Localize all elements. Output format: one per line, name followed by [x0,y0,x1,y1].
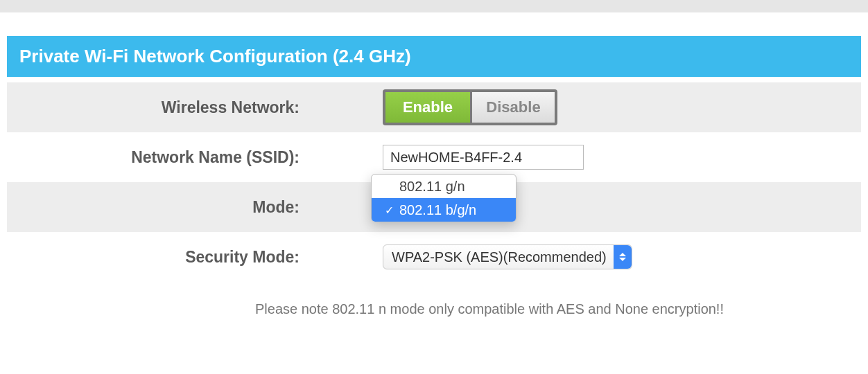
wireless-toggle-group: Enable Disable [383,89,557,125]
label-mode: Mode: [7,198,312,217]
top-strip [0,0,868,12]
wifi-config-panel: Private Wi-Fi Network Configuration (2.4… [7,36,861,317]
disable-button[interactable]: Disable [470,92,555,123]
mode-option-gn[interactable]: 802.11 g/n [372,175,516,198]
mode-option-label: 802.11 g/n [381,179,465,195]
control-wireless-network: Enable Disable [312,89,861,125]
label-security-mode: Security Mode: [7,248,312,267]
security-mode-value: WPA2-PSK (AES)(Recommended) [392,249,607,265]
row-wireless-network: Wireless Network: Enable Disable [7,82,861,132]
mode-option-label: 802.11 b/g/n [397,202,476,218]
mode-option-bgn[interactable]: ✓ 802.11 b/g/n [372,198,516,222]
caret-down-icon [619,258,626,261]
select-caret-icon [614,245,632,269]
label-wireless-network: Wireless Network: [7,98,312,117]
compatibility-note: Please note 802.11 n mode only compatibl… [7,301,861,317]
panel-title: Private Wi-Fi Network Configuration (2.4… [7,36,861,77]
ssid-input[interactable] [383,145,584,170]
row-mode: Mode: 802.11 g/n ✓ 802.11 b/g/n [7,182,861,232]
row-security-mode: Security Mode: WPA2-PSK (AES)(Recommende… [7,232,861,282]
label-ssid: Network Name (SSID): [7,148,312,167]
caret-up-icon [619,253,626,256]
control-ssid [312,145,861,170]
security-mode-select[interactable]: WPA2-PSK (AES)(Recommended) [383,244,632,269]
mode-dropdown-popup: 802.11 g/n ✓ 802.11 b/g/n [371,174,517,222]
control-security-mode: WPA2-PSK (AES)(Recommended) [312,244,861,269]
checkmark-icon: ✓ [381,204,397,217]
enable-button[interactable]: Enable [385,92,470,123]
